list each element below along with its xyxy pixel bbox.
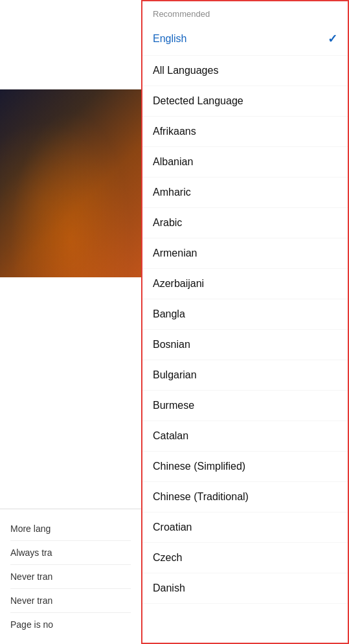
checkmark-icon: ✓ — [328, 32, 337, 46]
dropdown-item-azerbaijani[interactable]: Azerbaijani — [142, 269, 348, 299]
page-is-row: Page is no — [10, 613, 131, 636]
dropdown-items-list: English✓All LanguagesDetected LanguageAf… — [142, 23, 348, 604]
dropdown-item-all-languages[interactable]: All Languages — [142, 56, 348, 86]
dropdown-item-burmese[interactable]: Burmese — [142, 391, 348, 421]
dropdown-item-label: Danish — [153, 582, 185, 594]
dropdown-item-bangla[interactable]: Bangla — [142, 299, 348, 330]
dropdown-item-arabic[interactable]: Arabic — [142, 208, 348, 238]
dropdown-item-label: Armenian — [153, 247, 197, 259]
dropdown-item-label: Czech — [153, 552, 182, 564]
dropdown-item-bosnian[interactable]: Bosnian — [142, 330, 348, 360]
dropdown-item-label: Bosnian — [153, 339, 190, 351]
dropdown-item-label: Azerbaijani — [153, 278, 204, 290]
never-translate2-text: Never tran — [10, 595, 52, 606]
article-image — [0, 89, 141, 277]
more-languages-row[interactable]: More lang — [10, 517, 131, 541]
dropdown-item-label: Catalan — [153, 430, 188, 442]
dropdown-item-label: Arabic — [153, 217, 182, 229]
dropdown-item-label: Burmese — [153, 400, 194, 411]
dropdown-item-label: All Languages — [153, 65, 218, 76]
dropdown-item-label: Amharic — [153, 187, 191, 198]
dropdown-item-detected[interactable]: Detected Language — [142, 86, 348, 117]
always-translate-row[interactable]: Always tra — [10, 541, 131, 565]
dropdown-item-label: Chinese (Traditional) — [153, 491, 249, 503]
dropdown-item-chinese-simplified[interactable]: Chinese (Simplified) — [142, 452, 348, 482]
dropdown-item-label: Detected Language — [153, 95, 243, 107]
dropdown-item-label: Albanian — [153, 156, 193, 168]
dropdown-item-croatian[interactable]: Croatian — [142, 512, 348, 543]
dropdown-item-label: Bulgarian — [153, 369, 197, 381]
dropdown-item-chinese-traditional[interactable]: Chinese (Traditional) — [142, 482, 348, 512]
always-translate-text: Always tra — [10, 547, 52, 558]
dropdown-item-afrikaans[interactable]: Afrikaans — [142, 117, 348, 147]
page-background: 🔒 www.fran Aع Élections en Turquie VERS … — [0, 0, 141, 644]
never-translate-row[interactable]: Never tran — [10, 565, 131, 589]
dropdown-item-label: Croatian — [153, 522, 192, 533]
dropdown-item-amharic[interactable]: Amharic — [142, 178, 348, 208]
dropdown-item-english[interactable]: English✓ — [142, 23, 348, 56]
dropdown-item-danish[interactable]: Danish — [142, 573, 348, 604]
dropdown-item-label: Bangla — [153, 308, 185, 320]
dropdown-item-label: English — [153, 33, 186, 45]
dropdown-section-recommended: Recommended — [142, 1, 348, 23]
dropdown-item-catalan[interactable]: Catalan — [142, 421, 348, 452]
page-is-text: Page is no — [10, 619, 53, 630]
translation-panel: More lang Always tra Never tran Never tr… — [0, 509, 141, 644]
never-translate2-row[interactable]: Never tran — [10, 589, 131, 613]
dropdown-item-bulgarian[interactable]: Bulgarian — [142, 360, 348, 391]
dropdown-item-albanian[interactable]: Albanian — [142, 147, 348, 178]
dropdown-item-label: Chinese (Simplified) — [153, 461, 245, 472]
dropdown-item-armenian[interactable]: Armenian — [142, 238, 348, 269]
more-lang-text: More lang — [10, 523, 51, 534]
dropdown-item-czech[interactable]: Czech — [142, 543, 348, 573]
language-dropdown[interactable]: Recommended English✓All LanguagesDetecte… — [141, 0, 349, 644]
never-translate-text: Never tran — [10, 571, 52, 582]
dropdown-item-label: Afrikaans — [153, 126, 196, 137]
